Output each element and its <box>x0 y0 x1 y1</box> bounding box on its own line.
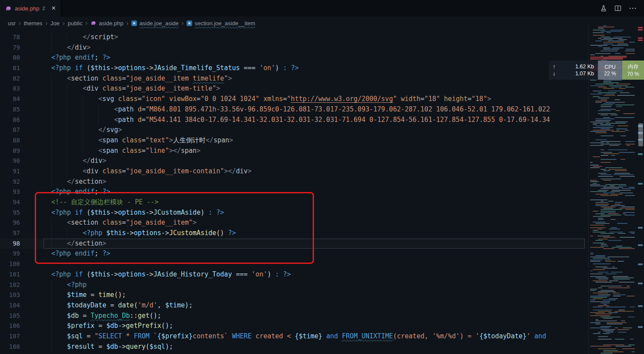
code-line[interactable]: 105$db = Typecho_Db::get(); <box>0 311 585 321</box>
code-line[interactable]: 84<svg class="icon" viewBox="0 0 1024 10… <box>0 94 585 105</box>
code-line[interactable]: 98</section> <box>0 239 585 249</box>
split-editor-icon[interactable] <box>614 5 621 12</box>
breadcrumb-label: section.joe_aside__item <box>194 20 255 27</box>
beaker-icon[interactable] <box>600 5 607 12</box>
ruler-mark <box>638 40 643 41</box>
code-line[interactable]: 102<?php <box>0 280 585 290</box>
line-number[interactable]: 82 <box>0 74 20 84</box>
code-line[interactable]: 101<?php if ($this->options->JAside_Hist… <box>0 270 585 280</box>
line-number[interactable]: 103 <box>0 290 20 300</box>
code-line[interactable]: 106$prefix = $db->getPrefix(); <box>0 321 585 331</box>
ruler-mark <box>638 305 643 307</box>
indent-guide <box>51 84 67 94</box>
line-number[interactable]: 79 <box>0 43 20 53</box>
line-number[interactable]: 78 <box>0 32 20 43</box>
indent-guide <box>67 115 83 125</box>
code-line[interactable]: 80<?php endif; ?> <box>0 53 585 63</box>
line-number[interactable]: 97 <box>0 228 20 239</box>
code-line[interactable]: 85<path d="M864.801 895.471h-33.56v-96.8… <box>0 105 585 115</box>
code-text: $result = $db->query($sql); <box>51 342 173 352</box>
indent-guide <box>51 311 67 321</box>
line-number[interactable]: 91 <box>0 166 20 177</box>
code-line[interactable]: 95<?php if ($this->options->JCustomAside… <box>0 208 585 218</box>
line-number[interactable]: 101 <box>0 270 20 280</box>
line-number[interactable]: 90 <box>0 156 20 166</box>
code-line[interactable]: 91<div class="joe_aside__item-contain"><… <box>0 166 585 177</box>
line-number[interactable]: 86 <box>0 115 20 125</box>
line-number[interactable]: 100 <box>0 259 20 270</box>
code-line[interactable]: 104$todayDate = date('m/d', $time); <box>0 300 585 311</box>
line-number[interactable]: 104 <box>0 300 20 311</box>
tab-aside-php[interactable]: aside.php 2 × <box>0 0 61 17</box>
code-line[interactable]: 108$result = $db->query($sql); <box>0 342 585 352</box>
indent-guide <box>51 321 67 331</box>
breadcrumb-item[interactable]: themes <box>24 20 43 27</box>
breadcrumb-label: themes <box>24 20 43 27</box>
code-line[interactable]: 86<path d="M544.141 384c0-17.69-14.341-3… <box>0 115 585 125</box>
code-line[interactable]: 89<span class="line"></span> <box>0 146 585 156</box>
code-line[interactable]: 82<section class="joe_aside__item timeli… <box>0 74 585 84</box>
breadcrumb-item[interactable]: section.joe_aside__item <box>187 20 255 27</box>
line-number[interactable]: 80 <box>0 53 20 63</box>
ruler-mark <box>638 263 643 265</box>
line-number[interactable]: 105 <box>0 311 20 321</box>
download-value: 1.07 Kb <box>575 71 594 77</box>
code-line[interactable]: 83<div class="joe_aside__item-title"> <box>0 84 585 94</box>
line-number[interactable]: 95 <box>0 208 20 218</box>
line-number[interactable]: 99 <box>0 249 20 259</box>
upload-value: 1.62 Kb <box>575 64 594 70</box>
indent-guide <box>67 105 83 115</box>
code-line[interactable]: 90</div> <box>0 156 585 166</box>
code-line[interactable]: 94<!-- 自定义侧边栏模块 - PE --> <box>0 197 585 208</box>
code-line[interactable]: 88<span class="text">人生倒计时</span> <box>0 135 585 146</box>
code-line[interactable]: 93<?php endif; ?> <box>0 187 585 197</box>
breadcrumb-item[interactable]: Joe <box>50 20 60 27</box>
code-line[interactable]: 99<?php endif; ?> <box>0 249 585 259</box>
indent-guide <box>83 135 98 146</box>
code-area[interactable]: 78</script>79</div>80<?php endif; ?>81<?… <box>0 32 585 354</box>
breadcrumb-item[interactable]: aside.joe_aside <box>131 20 178 27</box>
code-text: $db = Typecho_Db::get(); <box>51 311 161 321</box>
line-number[interactable]: 108 <box>0 342 20 352</box>
line-number[interactable]: 94 <box>0 197 20 208</box>
line-number[interactable]: 92 <box>0 177 20 187</box>
line-number[interactable]: 89 <box>0 146 20 156</box>
code-text: </section> <box>51 239 106 249</box>
line-number[interactable]: 81 <box>0 63 20 74</box>
indent-guide <box>51 74 67 84</box>
more-actions-icon[interactable]: ⋯ <box>629 3 637 13</box>
indent-guide <box>51 125 67 135</box>
breadcrumb-item[interactable]: public <box>68 20 83 27</box>
code-line[interactable]: 107$sql = "SELECT * FROM `{$prefix}conte… <box>0 331 585 342</box>
line-number[interactable]: 88 <box>0 135 20 146</box>
tab-duplicate-badge: 2 <box>42 6 45 11</box>
code-line[interactable]: 92</section> <box>0 177 585 187</box>
line-number[interactable]: 87 <box>0 125 20 135</box>
line-number[interactable]: 85 <box>0 105 20 115</box>
indent-guide <box>98 105 114 115</box>
code-line[interactable]: 100 <box>0 259 585 270</box>
code-text: <?php endif; ?> <box>51 53 110 63</box>
close-icon[interactable]: × <box>52 5 56 12</box>
code-line[interactable]: 79</div> <box>0 43 585 53</box>
code-line[interactable]: 96<section class="joe_aside__item"> <box>0 218 585 228</box>
code-line[interactable]: 103$time = time(); <box>0 290 585 300</box>
line-number[interactable]: 106 <box>0 321 20 331</box>
line-number[interactable]: 83 <box>0 84 20 94</box>
line-number[interactable]: 84 <box>0 94 20 105</box>
code-line[interactable]: 87</svg> <box>0 125 585 135</box>
line-number[interactable]: 96 <box>0 218 20 228</box>
breadcrumb-item[interactable]: usr <box>8 20 16 27</box>
overview-ruler <box>637 0 644 354</box>
code-text: </div> <box>51 156 106 166</box>
scrollbar-slider[interactable] <box>638 123 643 146</box>
line-number[interactable]: 102 <box>0 280 20 290</box>
line-number[interactable]: 107 <box>0 331 20 342</box>
code-line[interactable]: 81<?php if ($this->options->JAside_Timel… <box>0 63 585 74</box>
breadcrumb-item[interactable]: aside.php <box>90 20 123 27</box>
ruler-mark <box>638 283 643 284</box>
line-number[interactable]: 98 <box>0 239 20 249</box>
line-number[interactable]: 93 <box>0 187 20 197</box>
code-line[interactable]: 78</script> <box>0 32 585 43</box>
code-line[interactable]: 97<?php $this->options->JCustomAside() ?… <box>0 228 585 239</box>
